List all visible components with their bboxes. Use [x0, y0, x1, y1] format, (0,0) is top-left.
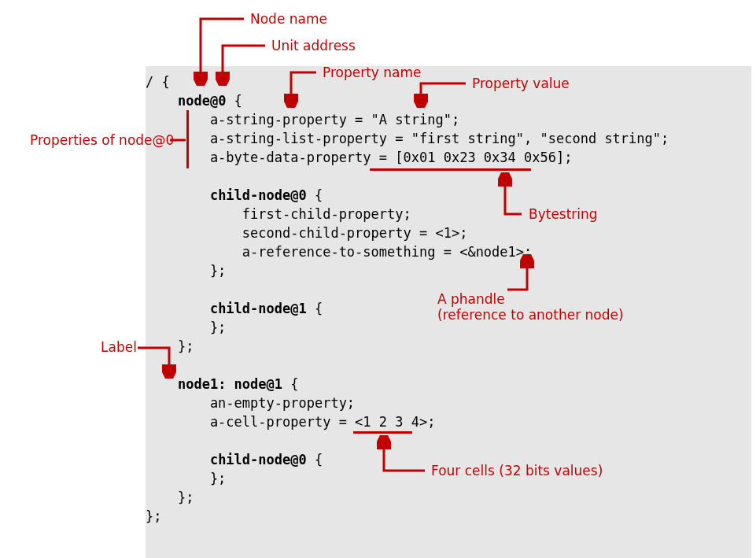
code-line: child-node@1 { — [146, 301, 323, 316]
code-line: }; — [146, 508, 161, 524]
code-line: }; — [146, 338, 194, 354]
ann-property-value: Property value — [472, 76, 570, 91]
properties-bar — [186, 110, 189, 168]
ann-property-name: Property name — [323, 65, 422, 80]
ann-unit-address: Unit address — [271, 38, 356, 54]
code-line: second-child-property = <1>; — [146, 225, 467, 241]
node-decl: node@0 — [178, 93, 226, 109]
node-decl: child-node@0 — [210, 452, 307, 467]
ann-node-name: Node name — [250, 11, 327, 27]
code-line: a-string-property = "A string"; — [146, 112, 459, 127]
ann-label: Label — [101, 339, 137, 355]
code-line: node@0 { — [146, 93, 242, 109]
ann-phandle: A phandle (reference to another node) — [437, 291, 624, 323]
ann-bytestring: Bytestring — [529, 206, 598, 222]
code-line: an-empty-property; — [146, 395, 355, 411]
node-decl: child-node@1 — [210, 301, 307, 316]
code-line: child-node@0 { — [146, 452, 323, 467]
ann-four-cells: Four cells (32 bits values) — [431, 463, 603, 479]
ann-properties-of: Properties of node@0 — [30, 132, 174, 148]
code-line: a-byte-data-property = [0x01 0x23 0x34 0… — [146, 150, 572, 165]
code-line: a-cell-property = <1 2 3 4>; — [146, 414, 435, 430]
code-line: }; — [146, 263, 226, 279]
node-decl: child-node@0 — [210, 187, 307, 203]
bytestring-underline — [370, 168, 531, 171]
code-line: node1: node@1 { — [146, 376, 299, 392]
ann-phandle-line2: (reference to another node) — [437, 307, 624, 323]
code-line: first-child-property; — [146, 206, 411, 222]
code-line: }; — [146, 320, 226, 335]
four-cells-underline — [353, 431, 412, 434]
code-line: a-reference-to-something = <&node1>; — [146, 244, 532, 260]
code-line: child-node@0 { — [146, 187, 323, 203]
ann-phandle-line1: A phandle — [437, 291, 505, 307]
node-decl: node1: node@1 — [178, 376, 282, 392]
code-line: }; — [146, 490, 194, 505]
code-line: a-string-list-property = "first string",… — [146, 131, 669, 146]
code-line: }; — [146, 471, 226, 486]
code-line: / { — [146, 74, 170, 90]
